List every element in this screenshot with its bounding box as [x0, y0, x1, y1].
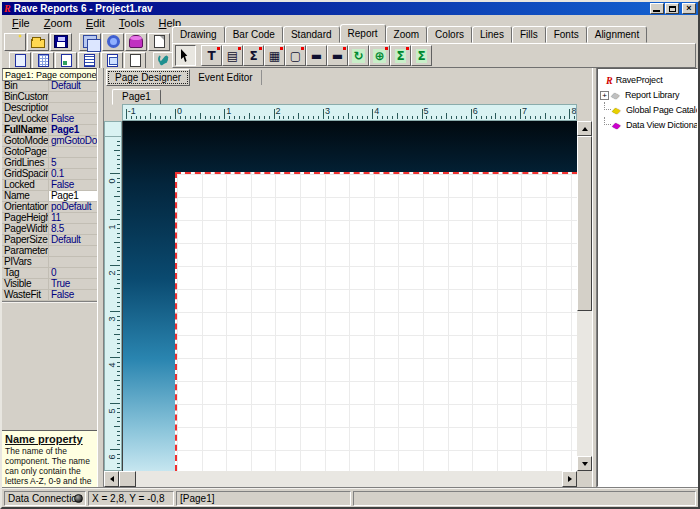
- close-button[interactable]: ×: [682, 3, 696, 14]
- region-tool[interactable]: ▢: [285, 45, 306, 66]
- palette-tab-fonts[interactable]: Fonts: [546, 26, 587, 43]
- tab-page1[interactable]: Page1: [112, 89, 161, 105]
- new-project-button[interactable]: [4, 33, 26, 51]
- prop-row-bincustom[interactable]: BinCustom: [2, 92, 97, 103]
- minimize-button[interactable]: [650, 3, 664, 14]
- calc-controller-tool[interactable]: Σ: [411, 45, 432, 66]
- palette-tab-alignment[interactable]: Alignment: [587, 26, 647, 43]
- prop-row-orientation[interactable]: OrientationpoDefault: [2, 202, 97, 213]
- palette-tab-report[interactable]: Report: [340, 24, 386, 43]
- scroll-left-button[interactable]: [104, 471, 119, 487]
- prop-row-name[interactable]: NamePage1: [2, 191, 97, 202]
- menu-file[interactable]: File: [5, 16, 37, 30]
- report-list-button[interactable]: [78, 52, 100, 70]
- new-global-page-button[interactable]: [32, 52, 54, 70]
- vertical-scrollbar[interactable]: [577, 121, 592, 471]
- prop-row-pagewidth[interactable]: PageWidth8.5: [2, 224, 97, 235]
- prop-value[interactable]: True: [49, 279, 97, 289]
- prop-row-wastefit[interactable]: WasteFitFalse: [2, 290, 97, 301]
- report-library-button[interactable]: [102, 33, 124, 51]
- prop-value[interactable]: 0.1: [49, 169, 97, 179]
- tree-item-data-view-dictionary[interactable]: ◆Data View Dictionary: [600, 118, 698, 132]
- data-text-tool[interactable]: T: [201, 45, 222, 66]
- palette-tab-drawing[interactable]: Drawing: [172, 26, 225, 43]
- prop-value[interactable]: False: [49, 114, 97, 124]
- selection-tool[interactable]: [175, 45, 196, 66]
- prop-row-papersize[interactable]: PaperSizeDefault: [2, 235, 97, 246]
- scroll-right-button[interactable]: [562, 471, 577, 487]
- design-canvas[interactable]: [122, 121, 577, 471]
- save-project-button[interactable]: [50, 33, 72, 51]
- expand-icon[interactable]: +: [600, 91, 609, 100]
- palette-tab-standard[interactable]: Standard: [283, 26, 340, 43]
- palette-tab-zoom[interactable]: Zoom: [386, 26, 428, 43]
- project-pages-button[interactable]: [79, 33, 101, 51]
- prop-row-locked[interactable]: LockedFalse: [2, 180, 97, 191]
- palette-tab-fills[interactable]: Fills: [512, 26, 546, 43]
- horizontal-scrollbar[interactable]: [104, 471, 577, 487]
- horizontal-scroll-thumb[interactable]: [119, 471, 136, 487]
- prop-value[interactable]: [49, 147, 97, 157]
- scroll-down-button[interactable]: [577, 456, 592, 471]
- prop-value[interactable]: gmGotoDone: [49, 136, 97, 146]
- prop-row-gotomode[interactable]: GotoModegmGotoDone: [2, 136, 97, 147]
- tab-event-editor[interactable]: Event Editor: [190, 70, 261, 85]
- prop-value[interactable]: False: [49, 290, 97, 300]
- report-page[interactable]: [175, 172, 577, 471]
- tree-item-report-library[interactable]: +◆Report Library: [600, 88, 679, 102]
- prop-value[interactable]: 0: [49, 268, 97, 278]
- menu-edit[interactable]: Edit: [79, 16, 112, 30]
- calc-op-tool[interactable]: ⊕: [369, 45, 390, 66]
- prop-row-bin[interactable]: BinDefault: [2, 81, 97, 92]
- new-data-object-button[interactable]: [55, 52, 77, 70]
- vertical-scroll-thumb[interactable]: [577, 136, 592, 311]
- band-tool[interactable]: ▬: [306, 45, 327, 66]
- prop-row-pageheight[interactable]: PageHeight11: [2, 213, 97, 224]
- prop-row-devlocked[interactable]: DevLockedFalse: [2, 114, 97, 125]
- data-cycle-tool[interactable]: ↻: [348, 45, 369, 66]
- restore-button[interactable]: [665, 3, 679, 14]
- prop-row-tag[interactable]: Tag0: [2, 268, 97, 279]
- prop-value[interactable]: 5: [49, 158, 97, 168]
- tree-item-raveproject[interactable]: RRaveProject: [606, 73, 663, 87]
- prop-row-gridspacing[interactable]: GridSpacing0.1: [2, 169, 97, 180]
- tree-item-global-page-catalog[interactable]: ◆Global Page Catalog: [600, 103, 698, 117]
- blank-page-button[interactable]: [124, 52, 146, 70]
- data-connections-button[interactable]: [125, 33, 147, 51]
- data-band-tool[interactable]: ▬: [327, 45, 348, 66]
- prop-value[interactable]: [49, 92, 97, 102]
- menu-tools[interactable]: Tools: [112, 16, 152, 30]
- prop-value[interactable]: [49, 103, 97, 113]
- palette-tab-bar-code[interactable]: Bar Code: [225, 26, 283, 43]
- prop-value[interactable]: Default: [49, 81, 97, 91]
- menu-zoom[interactable]: Zoom: [37, 16, 79, 30]
- prop-row-fullname[interactable]: FullNamePage1: [2, 125, 97, 136]
- open-project-button[interactable]: [27, 33, 49, 51]
- prop-value[interactable]: False: [49, 180, 97, 190]
- prop-value[interactable]: Default: [49, 235, 97, 245]
- prop-row-pivars[interactable]: PIVars: [2, 257, 97, 268]
- prop-value[interactable]: Page1: [49, 191, 97, 201]
- left-splitter[interactable]: [97, 68, 104, 487]
- scroll-up-button[interactable]: [577, 121, 592, 136]
- data-mirror-section-tool[interactable]: ▦: [264, 45, 285, 66]
- prop-row-description[interactable]: Description: [2, 103, 97, 114]
- calc-text-tool[interactable]: Σ: [243, 45, 264, 66]
- prop-row-parameters[interactable]: Parameters: [2, 246, 97, 257]
- data-memo-tool[interactable]: ▤: [222, 45, 243, 66]
- prop-row-gotopage[interactable]: GotoPage: [2, 147, 97, 158]
- prop-value[interactable]: 8.5: [49, 224, 97, 234]
- calc-total-tool[interactable]: Σ: [390, 45, 411, 66]
- prop-value[interactable]: Page1: [49, 125, 97, 135]
- prop-value[interactable]: [49, 246, 97, 256]
- palette-tab-lines[interactable]: Lines: [472, 26, 512, 43]
- prop-value[interactable]: [49, 257, 97, 267]
- palette-tab-colors[interactable]: Colors: [427, 26, 472, 43]
- tab-page-designer[interactable]: Page Designer: [106, 69, 190, 86]
- prop-row-gridlines[interactable]: GridLines5: [2, 158, 97, 169]
- prop-value[interactable]: poDefault: [49, 202, 97, 212]
- page-form-button[interactable]: [101, 52, 123, 70]
- prop-value[interactable]: 11: [49, 213, 97, 223]
- prop-row-visible[interactable]: VisibleTrue: [2, 279, 97, 290]
- new-report-button[interactable]: [9, 52, 31, 70]
